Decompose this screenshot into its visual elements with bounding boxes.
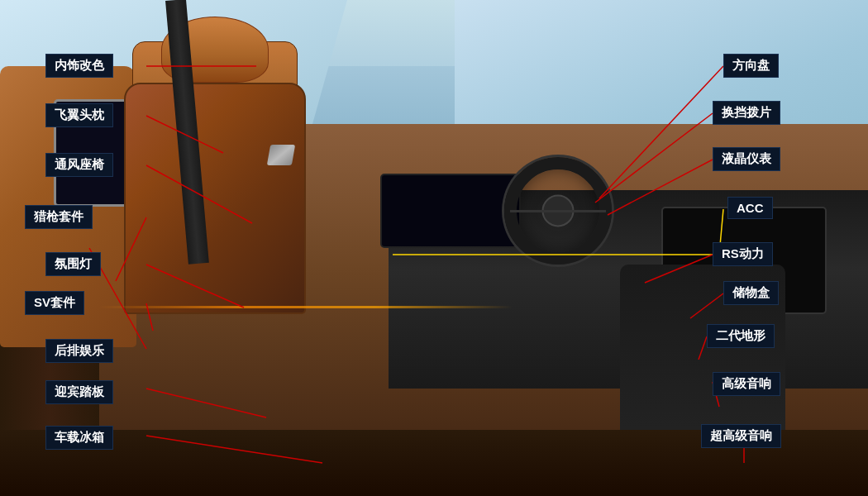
ambient-light-strip [99, 306, 513, 308]
label-yingbin: 迎宾踏板 [45, 380, 113, 404]
label-lieqiang: 猎枪套件 [25, 205, 93, 229]
label-erdai: 二代地形 [707, 324, 775, 348]
steering-wheel [504, 157, 612, 265]
label-rs: RS动力 [713, 242, 773, 266]
label-feiye: 飞翼头枕 [45, 103, 113, 127]
label-fangxiang: 方向盘 [723, 54, 779, 78]
instrument-cluster [380, 174, 521, 248]
label-chezai: 车载冰箱 [45, 426, 113, 450]
label-chuwu: 储物盒 [723, 281, 779, 305]
label-qiwei: 氛围灯 [45, 252, 101, 276]
label-tongfeng: 通风座椅 [45, 153, 113, 177]
label-chaogaoji: 超高级音响 [701, 424, 781, 448]
label-houpai: 后排娱乐 [45, 339, 113, 363]
label-neishi: 内饰改色 [45, 54, 113, 78]
side-mirror [267, 145, 295, 165]
label-sv: SV套件 [25, 291, 84, 315]
driver-seat [124, 83, 306, 314]
label-acc: ACC [727, 197, 773, 219]
label-gaoji: 高级音响 [713, 372, 780, 396]
label-huandang: 换挡拨片 [713, 101, 780, 125]
label-yejing: 液晶仪表 [713, 147, 780, 171]
